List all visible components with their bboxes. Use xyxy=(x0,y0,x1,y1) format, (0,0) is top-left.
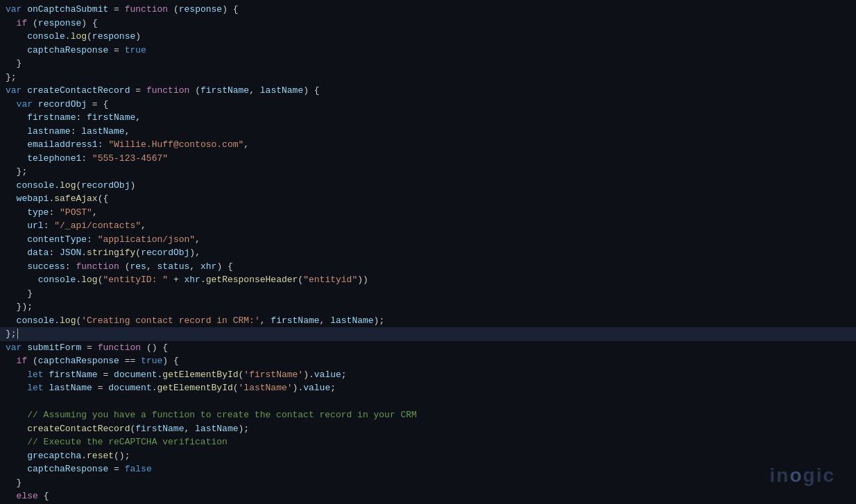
code-line: data: JSON.stringify(recordObj), xyxy=(0,246,856,260)
code-line: console.log(response) xyxy=(0,30,856,44)
code-line: }); xyxy=(0,300,856,314)
code-line: console.log('Creating contact record in … xyxy=(0,314,856,328)
code-line: url: "/_api/contacts", xyxy=(0,219,856,233)
code-line: createContactRecord(firstName, lastName)… xyxy=(0,422,856,436)
code-line: } xyxy=(0,476,856,490)
code-line: } xyxy=(0,57,856,71)
code-line: if (captchaResponse == true) { xyxy=(0,354,856,368)
code-line: contentType: "application/json", xyxy=(0,233,856,247)
code-line: console.log(recordObj) xyxy=(0,179,856,193)
code-line: }; xyxy=(0,165,856,179)
code-line: var onCaptchaSubmit = function (response… xyxy=(0,3,856,17)
code-line: // Assuming you have a function to creat… xyxy=(0,408,856,422)
code-line: } xyxy=(0,287,856,301)
code-line: webapi.safeAjax({ xyxy=(0,192,856,206)
code-line: var recordObj = { xyxy=(0,98,856,112)
code-line: type: "POST", xyxy=(0,206,856,220)
code-line: let lastName = document.getElementById('… xyxy=(0,381,856,395)
code-line: lastname: lastName, xyxy=(0,125,856,139)
code-line: emailaddress1: "Willie.Huff@contoso.com"… xyxy=(0,138,856,152)
code-line: else { xyxy=(0,489,856,503)
code-line-active: }; xyxy=(0,327,856,341)
code-line: telephone1: "555-123-4567" xyxy=(0,152,856,166)
code-line: let firstName = document.getElementById(… xyxy=(0,368,856,382)
code-editor: var onCaptchaSubmit = function (response… xyxy=(0,0,856,504)
code-line: captchaResponse = false xyxy=(0,462,856,476)
code-line: console.log("entityID: " + xhr.getRespon… xyxy=(0,273,856,287)
code-line: captchaResponse = true xyxy=(0,44,856,58)
code-line: if (response) { xyxy=(0,17,856,31)
watermark: inogic xyxy=(770,461,835,490)
code-line: firstname: firstName, xyxy=(0,111,856,125)
code-line: var createContactRecord = function (firs… xyxy=(0,84,856,98)
code-line: success: function (res, status, xhr) { xyxy=(0,260,856,274)
code-line: }; xyxy=(0,71,856,85)
code-line: var submitForm = function () { xyxy=(0,341,856,355)
code-line: grecaptcha.reset(); xyxy=(0,449,856,463)
code-line xyxy=(0,395,856,409)
code-line: // Execute the reCAPTCHA verification xyxy=(0,435,856,449)
